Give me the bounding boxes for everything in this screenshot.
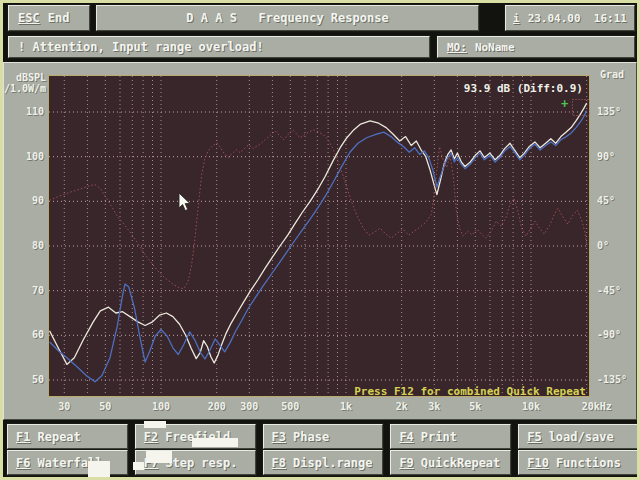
f5-label: load/save (549, 430, 614, 444)
svg-text:+: + (561, 97, 568, 111)
attention-message-bar: ! Attention, Input range overload! (8, 36, 430, 58)
screen-artifact (146, 451, 172, 463)
svg-text:93.9 dB (Diff:0.9): 93.9 dB (Diff:0.9) (464, 82, 583, 95)
f1-repeat-button[interactable]: F1Repeat (7, 424, 128, 449)
x-axis-tick-1k: 1k (326, 401, 366, 412)
window-title: D A A S Frequency Response (96, 5, 479, 31)
f3-phase-button[interactable]: F3Phase (263, 424, 384, 449)
daas-screen: ESCEnd D A A S Frequency Response i23.04… (0, 0, 640, 480)
frequency-response-plot[interactable]: 93.9 dB (Diff:0.9)+Press F12 for combine… (48, 75, 590, 397)
mo-key-label: MO: (447, 41, 467, 54)
measurement-object-panel[interactable]: MO:NoName (437, 36, 635, 58)
f7-label: Step resp. (165, 456, 237, 470)
phase-axis-tick-45°: 45° (597, 195, 637, 206)
phase-axis-tick--90°: -90° (597, 329, 637, 340)
f1-label: Repeat (37, 430, 80, 444)
screen-artifact (192, 438, 238, 447)
x-axis-tick-500: 500 (270, 401, 310, 412)
info-key-label: i (513, 12, 520, 25)
f9-key: F9 (399, 456, 413, 470)
screen-artifact (88, 461, 110, 478)
f5-load-save-button[interactable]: F5load/save (518, 424, 639, 449)
x-axis-tick-20kHz: 20kHz (577, 401, 617, 412)
y-axis-tick-50: 50 (16, 374, 44, 385)
phase-axis-tick-135°: 135° (597, 106, 637, 117)
esc-end-button[interactable]: ESCEnd (8, 5, 90, 31)
f4-label: Print (421, 430, 457, 444)
esc-key-label: ESC (18, 11, 40, 25)
f10-key: F10 (527, 456, 549, 470)
screen-artifact (144, 421, 166, 428)
x-axis-tick-100: 100 (141, 401, 181, 412)
x-axis-tick-10k: 10k (511, 401, 551, 412)
svg-text:Press F12 for combined Quick R: Press F12 for combined Quick Repeat (354, 385, 586, 397)
f8-displ-range-button[interactable]: F8Displ.range (263, 450, 384, 475)
f10-functions-button[interactable]: F10Functions (518, 450, 639, 475)
mo-name-text: NoName (475, 41, 515, 54)
y-axis-tick-60: 60 (16, 329, 44, 340)
f2-key: F2 (144, 430, 158, 444)
y-axis-tick-80: 80 (16, 240, 44, 251)
screen-artifact (133, 462, 144, 470)
x-axis-tick-3k: 3k (414, 401, 454, 412)
f6-key: F6 (16, 456, 30, 470)
esc-action-label: End (48, 11, 70, 25)
y-axis-unit-label: dBSPL (8, 72, 46, 83)
x-axis-tick-300: 300 (229, 401, 269, 412)
f4-key: F4 (399, 430, 413, 444)
x-axis-tick-30: 30 (44, 401, 84, 412)
y-axis-tick-70: 70 (16, 285, 44, 296)
phase-axis-tick-0°: 0° (597, 240, 637, 251)
f9-label: QuickRepeat (421, 456, 500, 470)
x-axis-tick-50: 50 (85, 401, 125, 412)
app-title-text: D A A S Frequency Response (186, 11, 388, 25)
phase-axis-tick--45°: -45° (597, 285, 637, 296)
f8-key: F8 (272, 456, 286, 470)
datetime-panel[interactable]: i23.04.00 16:11 (505, 5, 635, 31)
f3-label: Phase (293, 430, 329, 444)
attention-text: ! Attention, Input range overload! (18, 40, 264, 54)
y-axis-tick-90: 90 (16, 195, 44, 206)
phase-axis-label: Grad (600, 69, 624, 80)
datetime-text: 23.04.00 16:11 (528, 12, 627, 25)
phase-axis-tick-90°: 90° (597, 151, 637, 162)
f9-quickrepeat-button[interactable]: F9QuickRepeat (390, 450, 511, 475)
y-axis-tick-100: 100 (16, 151, 44, 162)
y-axis-unit-sublabel: /1.0W/m (4, 83, 46, 94)
mouse-cursor-icon (178, 192, 193, 212)
f5-key: F5 (527, 430, 541, 444)
f4-print-button[interactable]: F4Print (390, 424, 511, 449)
y-axis-tick-110: 110 (16, 106, 44, 117)
function-key-row-1: F1Repeat F2Freefield F3Phase F4Print F5l… (5, 424, 640, 449)
f8-label: Displ.range (293, 456, 372, 470)
f1-key: F1 (16, 430, 30, 444)
f10-label: Functions (556, 456, 621, 470)
phase-axis-tick--135°: -135° (597, 374, 637, 385)
f3-key: F3 (272, 430, 286, 444)
x-axis-tick-5k: 5k (455, 401, 495, 412)
